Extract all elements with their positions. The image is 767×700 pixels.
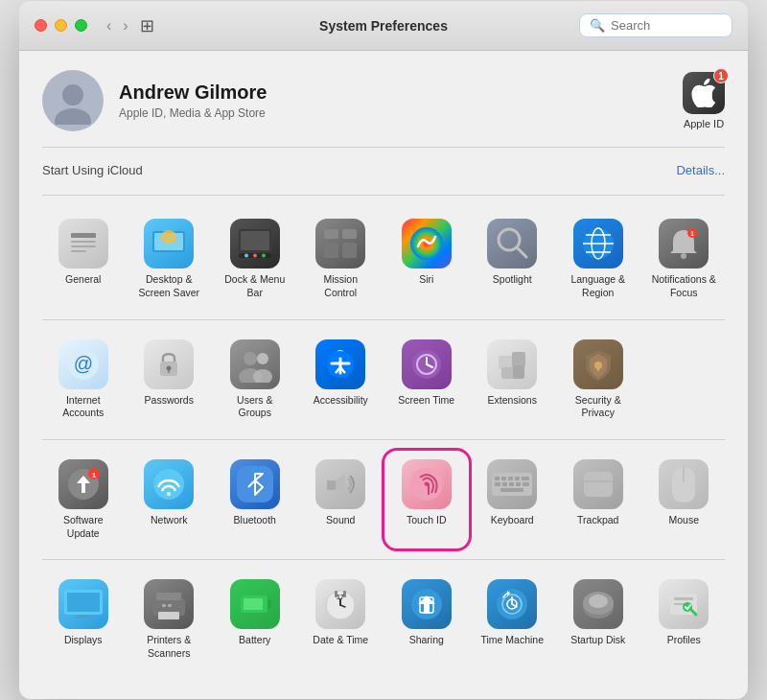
mission-label: Mission Control [306, 273, 375, 299]
pref-internet[interactable]: @ Internet Accounts [42, 332, 125, 428]
svg-point-65 [425, 482, 429, 486]
printers-label: Printers & Scanners [134, 634, 203, 660]
search-box[interactable]: 🔍 [579, 13, 732, 37]
pref-timemachine[interactable]: Time Machine [472, 572, 554, 667]
svg-rect-75 [516, 482, 521, 486]
pref-battery[interactable]: Battery [214, 572, 296, 667]
search-icon: 🔍 [590, 18, 605, 33]
svg-point-19 [410, 227, 443, 260]
screentime-icon [402, 339, 452, 389]
window-title: System Preferences [319, 18, 448, 34]
mission-icon [315, 219, 365, 268]
profile-subtitle: Apple ID, Media & App Store [119, 106, 683, 120]
svg-rect-77 [500, 488, 523, 492]
svg-rect-74 [509, 482, 514, 486]
icloud-details-link[interactable]: Details... [676, 163, 725, 177]
pref-spotlight[interactable]: Spotlight [472, 211, 554, 307]
pref-network[interactable]: Network [128, 452, 211, 548]
pref-security[interactable]: Security & Privacy [557, 332, 639, 428]
pref-desktop[interactable]: Desktop & Screen Saver [128, 211, 211, 307]
maximize-button[interactable] [75, 19, 87, 32]
spotlight-label: Spotlight [493, 273, 532, 287]
svg-rect-78 [584, 472, 613, 497]
svg-rect-62 [327, 480, 336, 490]
pref-bluetooth[interactable]: Bluetooth [214, 452, 296, 548]
svg-rect-76 [523, 482, 529, 486]
pref-startup[interactable]: Startup Disk [557, 572, 639, 667]
prefs-row-1: General Desktop & Screen Saver [42, 211, 725, 307]
pref-language[interactable]: Language & Region [557, 211, 639, 307]
general-icon [58, 219, 108, 268]
battery-label: Battery [239, 634, 270, 647]
svg-rect-52 [513, 365, 524, 379]
back-button[interactable]: ‹ [103, 15, 115, 36]
spotlight-icon [487, 219, 537, 268]
apple-id-button[interactable]: 1 Apple ID [683, 72, 725, 129]
network-label: Network [151, 514, 188, 527]
timemachine-label: Time Machine [480, 634, 544, 647]
pref-sound[interactable]: Sound [300, 452, 383, 548]
pref-trackpad[interactable]: Trackpad [557, 452, 639, 548]
svg-rect-89 [168, 604, 172, 607]
search-input[interactable] [611, 18, 722, 33]
sound-label: Sound [326, 514, 355, 527]
pref-users[interactable]: Users & Groups [214, 332, 296, 428]
pref-mouse[interactable]: Mouse [643, 452, 726, 548]
touchid-icon [402, 459, 452, 509]
section-divider-4 [42, 559, 725, 560]
svg-rect-2 [71, 233, 96, 238]
pref-touchid[interactable]: Touch ID [385, 452, 468, 548]
pref-displays[interactable]: Displays [42, 572, 125, 667]
svg-rect-49 [499, 356, 514, 369]
pref-keyboard[interactable]: Keyboard [472, 452, 554, 548]
svg-rect-3 [71, 241, 96, 243]
forward-button[interactable]: › [119, 15, 131, 36]
profiles-icon [659, 579, 709, 629]
grid-view-button[interactable]: ⊞ [140, 15, 154, 36]
printers-icon [144, 579, 194, 629]
startup-icon [573, 579, 623, 629]
svg-point-1 [55, 108, 91, 125]
minimize-button[interactable] [55, 19, 67, 32]
keyboard-icon [487, 459, 537, 509]
traffic-lights [35, 19, 87, 32]
pref-extensions[interactable]: Extensions [472, 332, 554, 428]
users-label: Users & Groups [221, 394, 290, 420]
avatar-icon [49, 77, 97, 125]
bluetooth-label: Bluetooth [234, 514, 276, 527]
displays-label: Displays [64, 634, 103, 647]
security-label: Security & Privacy [564, 394, 633, 420]
svg-rect-4 [71, 245, 96, 247]
svg-rect-73 [502, 482, 507, 486]
pref-notifications[interactable]: 1 Notifications & Focus [643, 211, 726, 307]
pref-datetime[interactable]: 17 Date & Time [300, 572, 383, 667]
pref-screentime[interactable]: Screen Time [385, 332, 468, 428]
prefs-row-3: 1 Software Update Network [42, 452, 725, 548]
pref-dock[interactable]: Dock & Menu Bar [214, 211, 296, 307]
pref-mission[interactable]: Mission Control [300, 211, 383, 307]
pref-accessibility[interactable]: Accessibility [300, 332, 383, 428]
pref-software[interactable]: 1 Software Update [42, 452, 125, 548]
internet-icon: @ [58, 339, 108, 389]
pref-printers[interactable]: Printers & Scanners [128, 572, 211, 667]
passwords-label: Passwords [145, 394, 194, 408]
pref-passwords[interactable]: Passwords [128, 332, 211, 428]
pref-general[interactable]: General [42, 211, 125, 307]
apple-id-label: Apple ID [684, 118, 724, 129]
svg-rect-18 [342, 243, 357, 258]
apple-id-icon-wrap: 1 [683, 72, 725, 114]
pref-profiles[interactable]: Profiles [643, 572, 726, 667]
svg-rect-50 [512, 352, 525, 367]
profile-info: Andrew Gilmore Apple ID, Media & App Sto… [119, 82, 683, 120]
svg-point-12 [244, 254, 248, 258]
svg-point-33 [167, 365, 172, 370]
desktop-label: Desktop & Screen Saver [134, 273, 203, 299]
svg-point-109 [589, 595, 608, 608]
svg-point-35 [244, 352, 257, 365]
bluetooth-icon [230, 459, 280, 509]
pref-sharing[interactable]: Sharing [385, 572, 468, 667]
datetime-icon: 17 [315, 579, 365, 629]
profile-name: Andrew Gilmore [119, 82, 683, 104]
pref-siri[interactable]: Siri [385, 211, 468, 307]
close-button[interactable] [35, 19, 47, 32]
